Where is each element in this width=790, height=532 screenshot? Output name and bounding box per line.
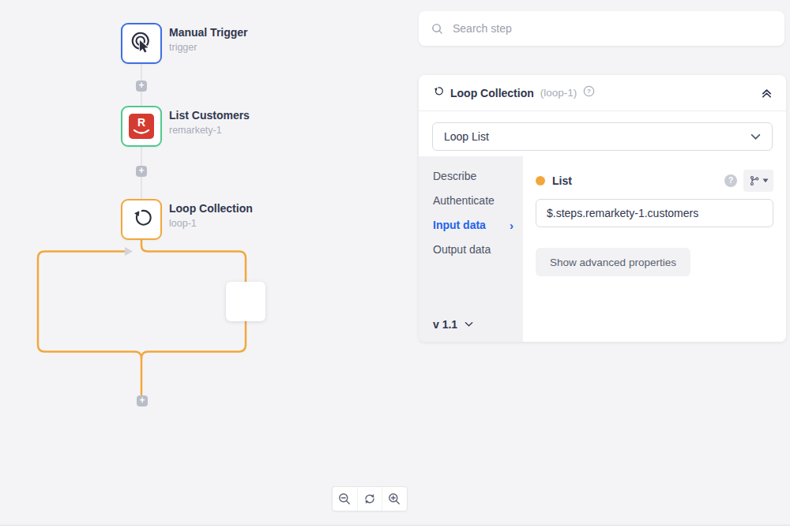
chevron-down-icon: [750, 133, 761, 140]
manual-trigger-icon: [130, 30, 153, 57]
tab-input-data[interactable]: Input data ›: [433, 216, 514, 234]
connect-data-button[interactable]: [743, 170, 773, 192]
advanced-properties-button[interactable]: Show advanced properties: [536, 248, 690, 276]
zoom-in-button[interactable]: [382, 487, 407, 511]
search-input[interactable]: [453, 22, 772, 35]
panel-header: Loop Collection (loop-1) ?: [419, 75, 786, 111]
help-icon[interactable]: ?: [583, 85, 595, 100]
zoom-in-icon: [388, 493, 401, 506]
required-dot: [536, 176, 545, 185]
node-loop-collection[interactable]: [121, 199, 162, 240]
node-title: Loop Collection: [169, 202, 253, 215]
active-tab-arrow: ›: [510, 219, 514, 232]
tab-describe[interactable]: Describe: [433, 167, 514, 185]
field-help-icon[interactable]: ?: [724, 174, 737, 187]
collapse-panel-button[interactable]: [761, 87, 773, 99]
step-id: (loop-1): [540, 87, 577, 99]
node-title: List Customers: [169, 109, 250, 122]
version-select[interactable]: v 1.1: [433, 318, 473, 331]
node-label: Manual Trigger trigger: [169, 26, 248, 53]
panel-body: Describe Authenticate Input data › Outpu…: [419, 156, 786, 342]
add-step-button[interactable]: +: [137, 395, 148, 406]
branch-icon: [749, 175, 760, 186]
node-label: Loop Collection loop-1: [169, 202, 253, 229]
operation-select-value: Loop List: [444, 130, 750, 143]
remarkety-monogram: R: [129, 116, 154, 129]
search-bar: [419, 11, 784, 46]
canvas-toolbar: [332, 486, 408, 511]
search-icon: [431, 23, 443, 35]
operation-select[interactable]: Loop List: [432, 122, 773, 151]
field-label: List: [552, 174, 572, 187]
loop-icon: [432, 85, 444, 100]
node-subtitle: trigger: [169, 42, 248, 53]
loop-drop-placeholder[interactable]: [226, 282, 265, 321]
input-data-pane: List ?: [523, 156, 786, 342]
step-config-panel: Loop Collection (loop-1) ? Loop List: [419, 75, 786, 342]
node-title: Manual Trigger: [169, 26, 248, 39]
svg-text:?: ?: [587, 88, 591, 95]
sync-icon: [363, 493, 376, 505]
add-step-button[interactable]: +: [136, 81, 147, 92]
remarkety-icon: R: [129, 114, 154, 139]
node-label: List Customers remarkety-1: [169, 109, 250, 136]
node-list-customers[interactable]: R: [121, 106, 162, 147]
field-row: List ?: [536, 170, 773, 192]
node-subtitle: loop-1: [169, 218, 253, 229]
zoom-out-icon: [338, 493, 352, 506]
bottom-strip: [0, 526, 790, 532]
loop-icon: [130, 206, 153, 233]
zoom-out-button[interactable]: [333, 487, 357, 511]
tab-authenticate[interactable]: Authenticate: [433, 192, 514, 209]
tab-output-data[interactable]: Output data: [433, 241, 514, 258]
double-chevron-up-icon: [761, 87, 773, 99]
version-label: v 1.1: [433, 318, 457, 331]
panel-tabs: Describe Authenticate Input data › Outpu…: [419, 156, 523, 342]
node-subtitle: remarkety-1: [169, 125, 250, 136]
node-manual-trigger[interactable]: [121, 23, 162, 64]
reset-zoom-button[interactable]: [357, 487, 382, 511]
list-field-input[interactable]: [536, 199, 773, 227]
caret-down-icon: [762, 178, 769, 183]
panel-title: Loop Collection: [450, 87, 534, 99]
add-step-button[interactable]: +: [136, 166, 147, 177]
workflow-builder: Manual Trigger trigger + R List Customer…: [0, 0, 790, 532]
remarkety-smile-icon: [132, 129, 151, 137]
chevron-down-icon: [465, 321, 473, 328]
